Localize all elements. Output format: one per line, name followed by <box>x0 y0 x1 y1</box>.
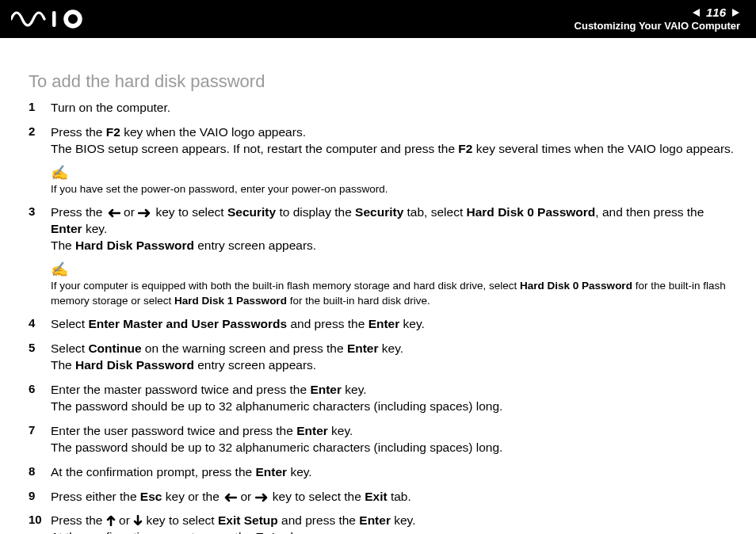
note-icon: ✍ <box>51 262 735 277</box>
text: Select <box>51 317 88 330</box>
text: Press the <box>51 125 106 139</box>
step-body: Select Continue on the warning screen an… <box>51 341 735 374</box>
text: or <box>120 205 138 219</box>
step-body: Press the or key to select Security to d… <box>51 204 735 254</box>
text: key. <box>328 424 353 437</box>
arrow-up-icon <box>106 513 116 527</box>
text: The <box>51 358 75 372</box>
text: to display the <box>276 205 355 219</box>
page-badge: 116 Customizing Your VAIO Computer <box>575 6 740 32</box>
step-body: Turn on the computer. <box>51 100 735 116</box>
step-2: 2 Press the F2 key when the VAIO logo ap… <box>29 124 735 158</box>
note-2: ✍ If your computer is equipped with both… <box>51 262 735 308</box>
bold: Hard Disk Password <box>75 238 194 252</box>
text: Press the <box>51 205 106 219</box>
arrow-right-icon <box>138 205 152 219</box>
text: on the warning screen and press the <box>142 341 347 355</box>
step-1: 1 Turn on the computer. <box>29 100 735 116</box>
step-number: 2 <box>29 124 51 138</box>
text: or <box>237 490 254 503</box>
key-f2: F2 <box>458 142 472 155</box>
section-name: Customizing Your VAIO Computer <box>575 21 740 32</box>
key-enter: Enter <box>51 222 82 235</box>
text: key. <box>287 465 312 479</box>
text: Press the <box>51 513 106 527</box>
step-number: 9 <box>29 489 51 502</box>
step-number: 1 <box>29 100 51 113</box>
step-3: 3 Press the or key to select Security to… <box>29 204 735 254</box>
bold: Continue <box>88 341 141 355</box>
arrow-right-icon <box>255 490 269 503</box>
text: entry screen appears. <box>194 358 316 372</box>
key-enter: Enter <box>347 341 379 355</box>
text: Turn on the computer. <box>51 101 170 114</box>
text: , and then press the <box>595 205 704 219</box>
text: key. <box>82 222 108 235</box>
step-number: 6 <box>29 382 51 395</box>
note-text: If your computer is equipped with both t… <box>51 280 726 307</box>
text: Select <box>51 341 88 355</box>
text: key. <box>399 317 425 330</box>
step-body: Select Enter Master and User Passwords a… <box>51 316 735 333</box>
text: for the built-in hard disk drive. <box>287 295 430 307</box>
next-page-icon[interactable] <box>731 8 740 17</box>
step-number: 4 <box>29 316 51 330</box>
bold: Exit <box>365 490 387 503</box>
note-1: ✍ If you have set the power-on password,… <box>51 166 735 196</box>
text: and press the <box>278 513 360 527</box>
page-number: 116 <box>701 6 731 20</box>
text: key when the VAIO logo appears. <box>120 125 306 139</box>
step-number: 3 <box>29 204 51 218</box>
key-enter: Enter <box>255 530 287 534</box>
text: or <box>116 513 133 527</box>
bold: Enter Master and User Passwords <box>88 317 287 330</box>
text: key or the <box>162 490 223 503</box>
text: Press either the <box>51 490 140 503</box>
content: To add the hard disk password 1 Turn on … <box>0 38 756 534</box>
step-7: 7 Enter the user password twice and pres… <box>29 423 735 456</box>
step-number: 7 <box>29 423 51 437</box>
text: The BIOS setup screen appears. If not, r… <box>51 142 458 155</box>
key-enter: Enter <box>359 513 391 527</box>
text: key several times when the VAIO logo app… <box>472 142 734 155</box>
step-4: 4 Select Enter Master and User Passwords… <box>29 316 735 333</box>
note-text: If you have set the power-on password, e… <box>51 183 388 195</box>
header-bar: 116 Customizing Your VAIO Computer <box>0 0 756 38</box>
text: and press the <box>287 317 368 330</box>
text: key. <box>391 513 416 527</box>
svg-marker-3 <box>732 9 739 17</box>
bold: Exit Setup <box>218 513 278 527</box>
text: key. <box>342 383 367 396</box>
bold: Hard Disk Password <box>75 358 194 372</box>
step-body: Press the or key to select Exit Setup an… <box>51 513 735 534</box>
step-body: At the confirmation prompt, press the En… <box>51 464 735 481</box>
arrow-left-icon <box>223 490 237 503</box>
text: At the confirmation prompt, press the <box>51 530 255 534</box>
bold: Hard Disk 0 Password <box>520 280 632 292</box>
text: The password should be up to 32 alphanum… <box>51 399 502 413</box>
key-enter: Enter <box>310 383 342 396</box>
svg-rect-0 <box>52 11 56 27</box>
step-number: 8 <box>29 464 51 478</box>
text: Enter the user password twice and press … <box>51 424 296 437</box>
bold: Security <box>355 205 403 219</box>
bold: Security <box>227 205 276 219</box>
bold: Hard Disk 0 Password <box>467 205 596 219</box>
svg-marker-2 <box>693 9 700 17</box>
vaio-logo <box>11 10 95 29</box>
key-enter: Enter <box>296 424 328 437</box>
key-enter: Enter <box>255 465 287 479</box>
prev-page-icon[interactable] <box>692 8 701 17</box>
step-10: 10 Press the or key to select Exit Setup… <box>29 513 735 534</box>
arrow-down-icon <box>133 513 143 527</box>
key-enter: Enter <box>368 317 400 330</box>
text: key to select <box>152 205 227 219</box>
text: The <box>51 238 75 252</box>
key-esc: Esc <box>140 490 162 503</box>
step-6: 6 Enter the master password twice and pr… <box>29 382 735 415</box>
step-9: 9 Press either the Esc key or the or key… <box>29 489 735 505</box>
step-body: Press the F2 key when the VAIO logo appe… <box>51 124 735 158</box>
text: The password should be up to 32 alphanum… <box>51 441 502 454</box>
step-5: 5 Select Continue on the warning screen … <box>29 341 735 374</box>
text: key to select <box>143 513 218 527</box>
